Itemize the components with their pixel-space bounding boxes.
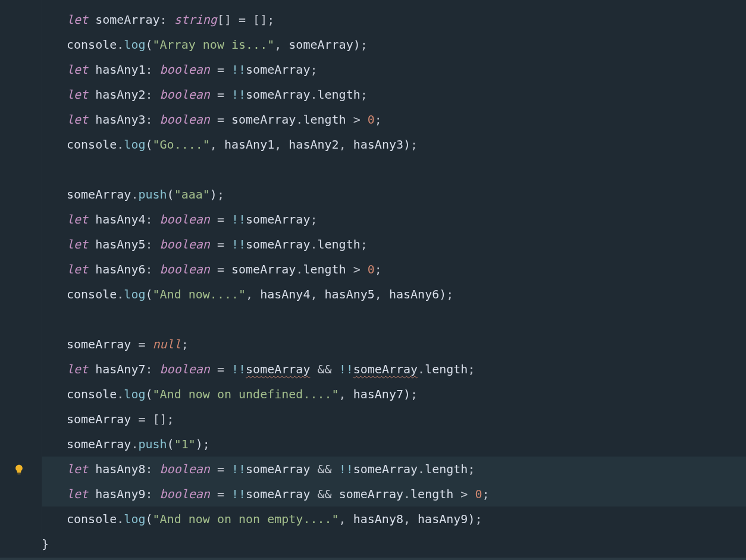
code-token: someArray [246,62,310,77]
code-token: !! [231,362,246,376]
code-token: ) [210,187,217,202]
code-token: boolean [160,362,210,376]
code-line[interactable]: console.log("Array now is...", someArray… [42,32,746,57]
code-line[interactable]: let hasAny3: boolean = someArray.length … [42,107,746,132]
code-token: ; [482,487,489,501]
code-token: : [145,362,159,376]
code-token: let [67,362,95,376]
code-token: hasAny7 [353,387,403,401]
code-token: let [67,12,95,27]
code-editor[interactable]: let someArray: string[] = [];console.log… [0,0,746,556]
code-line[interactable]: console.log("And now on undefined....", … [42,382,746,407]
code-token: console [67,287,117,301]
code-token: hasAny3 [353,137,403,152]
code-token: ; [468,462,475,476]
code-token: ( [167,187,174,202]
code-token: ; [446,287,453,301]
code-line[interactable]: someArray = []; [42,407,746,432]
code-token: someArray [246,87,310,102]
code-token: . [403,487,410,501]
code-token: ( [145,512,152,526]
code-token: let [67,62,95,77]
code-token: = [210,462,231,476]
code-token: : [145,87,159,102]
code-token: : [145,262,159,276]
code-token: console [67,37,117,52]
code-token: someArray [246,212,310,226]
code-line[interactable]: let hasAny9: boolean = !!someArray && so… [42,482,746,506]
code-token: , [339,387,353,401]
code-token: . [117,387,124,401]
code-token: !! [231,237,246,251]
code-token: . [131,187,138,202]
code-token: ; [475,512,482,526]
code-token: = [131,337,152,351]
code-token: ; [310,212,317,226]
code-token: log [124,387,145,401]
code-line[interactable]: let hasAny2: boolean = !!someArray.lengt… [42,82,746,107]
code-line[interactable]: console.log("Go....", hasAny1, hasAny2, … [42,132,746,157]
code-token: hasAny1 [95,62,145,77]
code-token: [] = []; [217,12,274,27]
code-token: console [67,387,117,401]
code-line[interactable]: someArray = null; [42,332,746,357]
code-token: ( [145,37,152,52]
code-token: > [346,112,368,127]
code-line[interactable]: someArray.push("1"); [42,432,746,457]
code-token: = [210,112,231,127]
code-line[interactable]: someArray.push("aaa"); [42,182,746,207]
code-token: !! [339,462,353,476]
code-token: !! [231,462,246,476]
code-token: someArray [339,487,403,501]
code-token: push [138,437,167,451]
code-token: "Array now is..." [153,37,275,52]
code-line[interactable] [42,307,746,332]
code-line[interactable]: let hasAny5: boolean = !!someArray.lengt… [42,232,746,257]
code-token: 0 [368,112,375,127]
code-token: . [117,137,124,152]
code-token: length [303,112,346,127]
code-token: ; [410,387,418,401]
code-token: let [67,462,95,476]
code-token: ; [410,137,418,152]
code-token: ( [145,137,152,152]
code-token: ; [217,187,224,202]
code-token: hasAny6 [389,287,439,301]
code-line[interactable]: console.log("And now....", hasAny4, hasA… [42,282,746,307]
code-line[interactable]: let hasAny4: boolean = !!someArray; [42,207,746,232]
code-token: !! [231,87,246,102]
code-line[interactable]: let hasAny1: boolean = !!someArray; [42,57,746,82]
code-token: hasAny2 [95,87,145,102]
code-token: someArray [67,187,131,202]
code-token: let [67,212,95,226]
code-token: someArray [246,462,310,476]
lightbulb-icon[interactable] [13,459,25,471]
closing-brace: } [42,537,49,551]
code-token: someArray [231,112,296,127]
code-line[interactable]: let hasAny7: boolean = !!someArray && !!… [42,357,746,382]
code-line[interactable] [42,157,746,182]
code-token: boolean [160,237,210,251]
code-token: log [124,512,145,526]
code-line[interactable]: } [42,531,746,556]
code-line[interactable]: console.log("And now on non empty....", … [42,506,746,531]
code-token: "And now on non empty...." [153,512,339,526]
code-line[interactable]: let hasAny8: boolean = !!someArray && !!… [42,457,746,482]
code-token: someArray [289,37,353,52]
code-token: . [418,362,425,376]
code-token: !! [339,362,353,376]
code-token: = [210,62,231,77]
code-token: let [67,487,95,501]
code-token: ) [403,387,410,401]
code-line[interactable]: let someArray: string[] = []; [42,7,746,32]
code-token: , [375,287,389,301]
code-area[interactable]: let someArray: string[] = [];console.log… [42,7,746,556]
code-line[interactable]: let hasAny6: boolean = someArray.length … [42,257,746,282]
code-token: ( [167,437,174,451]
code-token: let [67,237,95,251]
code-token: "And now on undefined...." [153,387,339,401]
code-token: hasAny9 [95,487,145,501]
code-token: hasAny5 [325,287,375,301]
code-token: ( [145,387,152,401]
code-token: boolean [160,487,210,501]
